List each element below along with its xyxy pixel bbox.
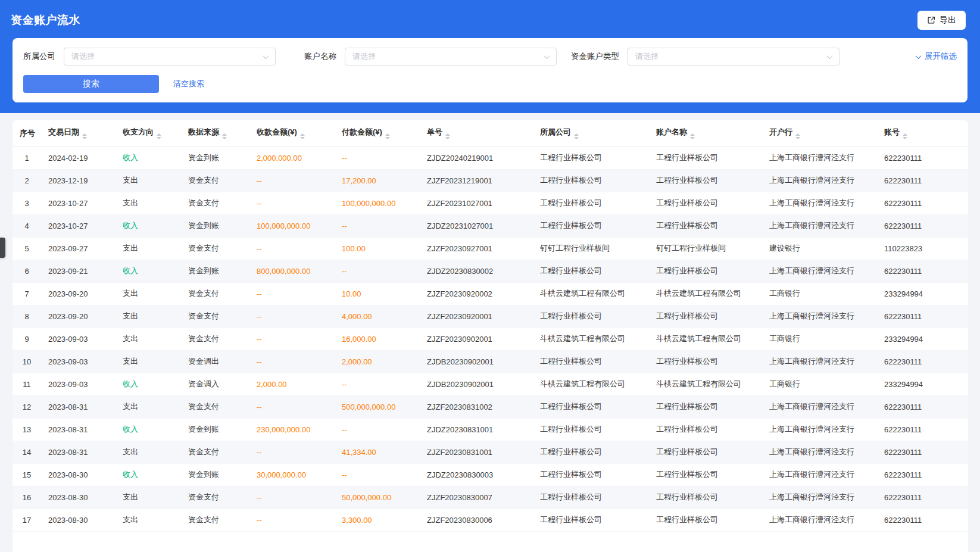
cell-source: 资金到账 xyxy=(181,418,249,441)
company-select[interactable]: 请选择 xyxy=(64,48,276,66)
column-header-bank[interactable]: 开户行 xyxy=(762,120,877,146)
table-row[interactable]: 172023-08-30支出资金支付--3,300.00ZJZF20230830… xyxy=(13,509,968,531)
cell-payment: -- xyxy=(335,373,420,395)
column-header-source[interactable]: 数据来源 xyxy=(181,120,249,146)
cell-company: 工程行业样板公司 xyxy=(533,305,649,328)
table-row[interactable]: 72023-09-20支出资金支付--10.00ZJZF20230920002斗… xyxy=(13,282,968,305)
cell-date: 2023-08-30 xyxy=(41,509,116,531)
column-header-account_no[interactable]: 账号 xyxy=(877,120,968,146)
cell-no: 12 xyxy=(13,395,41,418)
export-label: 导出 xyxy=(940,15,956,26)
table-row[interactable]: 42023-10-27收入资金到账100,000,000.00--ZJDZ202… xyxy=(13,214,968,237)
cell-receipt: -- xyxy=(249,328,335,350)
sort-icon[interactable] xyxy=(795,133,800,139)
table-row[interactable]: 132023-08-31收入资金到账230,000,000.00--ZJDZ20… xyxy=(13,418,968,441)
table-row[interactable]: 62023-09-21收入资金到账800,000,000.00--ZJDZ202… xyxy=(13,260,968,282)
drawer-handle[interactable] xyxy=(0,238,5,258)
column-label: 账号 xyxy=(884,127,900,136)
cell-company: 工程行业样板公司 xyxy=(533,350,649,373)
cell-no: 16 xyxy=(13,486,41,509)
cell-payment: -- xyxy=(335,260,420,282)
cell-company: 工程行业样板公司 xyxy=(533,441,649,463)
table-row[interactable]: 82023-09-20支出资金支付--4,000.00ZJZF202309200… xyxy=(13,305,968,328)
table-header-row: 序号交易日期收支方向数据来源收款金额(¥)付款金额(¥)单号所属公司账户名称开户… xyxy=(13,120,968,146)
cell-account: 工程行业样板公司 xyxy=(649,350,762,373)
cell-no: 7 xyxy=(13,282,41,305)
export-button[interactable]: 导出 xyxy=(917,11,966,30)
sort-icon[interactable] xyxy=(574,133,579,139)
cell-payment: 3,300.00 xyxy=(335,509,420,531)
cell-payment: 100,000,000.00 xyxy=(335,192,420,214)
cell-no: 15 xyxy=(13,463,41,486)
cell-order: ZJDZ20240219001 xyxy=(420,146,533,169)
cell-bank: 上海工商银行漕河泾支行 xyxy=(762,486,877,509)
cell-company: 工程行业样板公司 xyxy=(533,418,649,441)
account-type-select[interactable]: 请选择 xyxy=(628,48,839,66)
column-header-account[interactable]: 账户名称 xyxy=(649,120,762,146)
sort-icon[interactable] xyxy=(903,133,907,139)
column-header-order[interactable]: 单号 xyxy=(420,120,533,146)
cell-order: ZJZF20230920001 xyxy=(420,305,533,328)
table-row[interactable]: 22023-12-19支出资金支付--17,200.00ZJZF20231219… xyxy=(13,169,968,192)
cell-company: 斗栱云建筑工程有限公司 xyxy=(533,373,649,395)
column-header-payment[interactable]: 付款金额(¥) xyxy=(335,120,420,146)
cell-date: 2023-10-27 xyxy=(41,192,116,214)
cell-account: 工程行业样板公司 xyxy=(649,169,762,192)
column-header-receipt[interactable]: 收款金额(¥) xyxy=(249,120,335,146)
cell-payment: -- xyxy=(335,463,420,486)
clear-search-link[interactable]: 清空搜索 xyxy=(173,79,204,89)
sort-icon[interactable] xyxy=(157,133,161,139)
table-row[interactable]: 32023-10-27支出资金支付--100,000,000.00ZJZF202… xyxy=(13,192,968,214)
cell-order: ZJZF20230902001 xyxy=(420,328,533,350)
table-row[interactable]: 122023-08-31支出资金支付--500,000,000.00ZJZF20… xyxy=(13,395,968,418)
cell-no: 1 xyxy=(13,146,41,169)
sort-icon[interactable] xyxy=(82,133,87,139)
cell-company: 斗栱云建筑工程有限公司 xyxy=(533,328,649,350)
column-header-date[interactable]: 交易日期 xyxy=(41,120,116,146)
cell-account_no: 622230111 xyxy=(877,146,968,169)
table-row[interactable]: 152023-08-30收入资金到账30,000,000.00--ZJDZ202… xyxy=(13,463,968,486)
table-row[interactable]: 112023-09-03收入资金调入2,000.00--ZJDB20230902… xyxy=(13,373,968,395)
cell-direction: 收入 xyxy=(116,418,181,441)
account-name-select[interactable]: 请选择 xyxy=(345,48,557,66)
table-row[interactable]: 92023-09-03支出资金支付--16,000.00ZJZF20230902… xyxy=(13,328,968,350)
account-type-select-placeholder: 请选择 xyxy=(635,51,658,62)
table-row[interactable]: 102023-09-03支出资金调出--2,000.00ZJDB20230902… xyxy=(13,350,968,373)
cell-account_no: 233294994 xyxy=(877,328,968,350)
table-row[interactable]: 52023-09-27支出资金支付--100.00ZJZF20230927001… xyxy=(13,237,968,260)
search-button[interactable]: 搜索 xyxy=(23,75,159,93)
cell-source: 资金到账 xyxy=(181,214,249,237)
table-row[interactable]: 12024-02-19收入资金到账2,000,000.00--ZJDZ20240… xyxy=(13,146,968,169)
cell-date: 2023-08-30 xyxy=(41,463,116,486)
table-row[interactable]: 162023-08-30支出资金支付--50,000,000.00ZJZF202… xyxy=(13,486,968,509)
cell-payment: 4,000.00 xyxy=(335,305,420,328)
cell-bank: 工商银行 xyxy=(762,328,877,350)
cell-receipt: -- xyxy=(249,486,335,509)
cell-direction: 收入 xyxy=(116,146,181,169)
cell-company: 钉钉工程行业样板间 xyxy=(533,237,649,260)
cell-order: ZJZF20230830006 xyxy=(420,509,533,531)
column-label: 开户行 xyxy=(769,127,792,136)
chevron-down-icon xyxy=(827,53,833,59)
cell-receipt: -- xyxy=(249,350,335,373)
sort-icon[interactable] xyxy=(300,133,305,139)
cell-no: 3 xyxy=(13,192,41,214)
cell-account: 工程行业样板公司 xyxy=(649,192,762,214)
expand-filter-link[interactable]: 展开筛选 xyxy=(916,51,957,62)
table-row[interactable]: 142023-08-31支出资金支付--41,334.00ZJZF2023083… xyxy=(13,441,968,463)
cell-account: 斗栱云建筑工程有限公司 xyxy=(649,373,762,395)
cell-company: 工程行业样板公司 xyxy=(533,260,649,282)
cell-payment: 41,334.00 xyxy=(335,441,420,463)
sort-icon[interactable] xyxy=(445,133,450,139)
cell-receipt: -- xyxy=(249,169,335,192)
cell-direction: 收入 xyxy=(116,260,181,282)
sort-icon[interactable] xyxy=(222,133,227,139)
column-header-direction[interactable]: 收支方向 xyxy=(116,120,181,146)
sort-icon[interactable] xyxy=(385,133,390,139)
sort-icon[interactable] xyxy=(690,133,695,139)
column-label: 单号 xyxy=(427,127,442,136)
column-header-company[interactable]: 所属公司 xyxy=(533,120,649,146)
cell-date: 2023-09-20 xyxy=(41,305,116,328)
cell-no: 13 xyxy=(13,418,41,441)
cell-receipt: -- xyxy=(249,395,335,418)
